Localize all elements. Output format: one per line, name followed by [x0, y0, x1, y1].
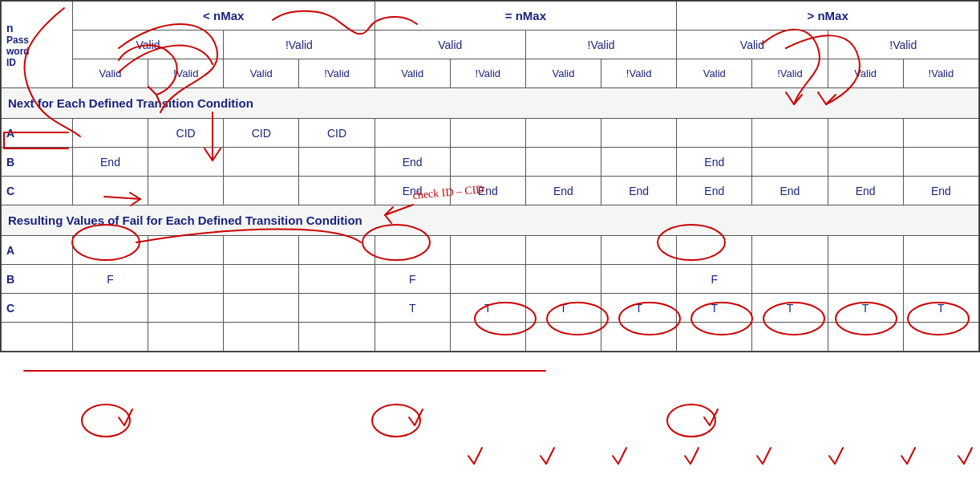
main-wrapper: nPasswordID < nMax = nMax > nMax Valid !… — [0, 0, 980, 352]
b-5: End — [375, 148, 450, 177]
ex-6 — [450, 323, 525, 352]
svg-point-11 — [82, 405, 130, 437]
ex-1 — [72, 323, 148, 352]
fc-5: T — [375, 294, 450, 323]
fb-3 — [224, 265, 299, 294]
ex-7 — [525, 323, 601, 352]
fb-4 — [299, 265, 375, 294]
b-12 — [903, 148, 978, 177]
fb-11 — [828, 265, 903, 294]
next-section-header: Next for Each Defined Transition Conditi… — [2, 88, 979, 119]
fb-1: F — [72, 265, 148, 294]
next-row-a: A CID CID CID — [2, 119, 979, 148]
fa-4 — [299, 236, 375, 265]
fb-2 — [148, 265, 224, 294]
a-1 — [72, 119, 148, 148]
sub-h-1: Valid — [72, 59, 148, 88]
ex-9 — [677, 323, 752, 352]
a-10 — [752, 119, 828, 148]
fail-row-c: C T T T T T T T T — [2, 294, 979, 323]
sub-h-11: Valid — [828, 59, 903, 88]
fa-5 — [375, 236, 450, 265]
fc-10: T — [752, 294, 828, 323]
a-2: CID — [148, 119, 224, 148]
a-5 — [375, 119, 450, 148]
ex-5 — [375, 323, 450, 352]
password-valid-g1: Valid — [72, 30, 223, 59]
next-section-label: Next for Each Defined Transition Conditi… — [2, 88, 979, 119]
b-2 — [148, 148, 224, 177]
password-valid-g3: Valid — [677, 30, 828, 59]
fb-6 — [450, 265, 525, 294]
a-3: CID — [224, 119, 299, 148]
row-a-label: A — [2, 119, 73, 148]
fa-12 — [903, 236, 978, 265]
group1-header: < nMax — [72, 2, 375, 30]
group2-header: = nMax — [375, 2, 677, 30]
fa-9 — [677, 236, 752, 265]
sub-h-2: !Valid — [148, 59, 224, 88]
ex-8 — [601, 323, 677, 352]
fc-8: T — [601, 294, 677, 323]
fail-a-label: A — [2, 236, 73, 265]
b-4 — [299, 148, 375, 177]
a-12 — [903, 119, 978, 148]
ex-11 — [828, 323, 903, 352]
password-invalid-g3: !Valid — [828, 30, 978, 59]
group3-header: > nMax — [677, 2, 979, 30]
extra-row — [2, 323, 979, 352]
fc-12: T — [903, 294, 978, 323]
b-11 — [828, 148, 903, 177]
fc-1 — [72, 294, 148, 323]
sub-h-10: !Valid — [752, 59, 828, 88]
c-8: End — [601, 177, 677, 205]
fa-2 — [148, 236, 224, 265]
ex-3 — [224, 323, 299, 352]
top-header-row: nPasswordID < nMax = nMax > nMax — [2, 2, 979, 30]
a-8 — [601, 119, 677, 148]
n-label: nPasswordID — [2, 2, 73, 88]
fa-7 — [525, 236, 601, 265]
sub-h-3: Valid — [224, 59, 299, 88]
fb-10 — [752, 265, 828, 294]
fa-3 — [224, 236, 299, 265]
b-6 — [450, 148, 525, 177]
a-4: CID — [299, 119, 375, 148]
fc-9: T — [677, 294, 752, 323]
password-invalid-g2: !Valid — [525, 30, 676, 59]
fa-10 — [752, 236, 828, 265]
fail-row-b: B F F F — [2, 265, 979, 294]
sub-h-9: Valid — [677, 59, 752, 88]
fb-7 — [525, 265, 601, 294]
fail-row-a: A — [2, 236, 979, 265]
ex-10 — [752, 323, 828, 352]
sub-h-8: !Valid — [601, 59, 677, 88]
extra-label — [2, 323, 73, 352]
main-table: nPasswordID < nMax = nMax > nMax Valid !… — [1, 1, 979, 352]
c-4 — [299, 177, 375, 205]
b-1: End — [72, 148, 148, 177]
next-row-b: B End End End — [2, 148, 979, 177]
svg-point-13 — [667, 405, 715, 437]
id-subheader-row: Valid !Valid Valid !Valid Valid !Valid V… — [2, 59, 979, 88]
fail-c-label: C — [2, 294, 73, 323]
c-3 — [224, 177, 299, 205]
b-10 — [752, 148, 828, 177]
row-b-label: B — [2, 148, 73, 177]
b-9: End — [677, 148, 752, 177]
c-6: End — [450, 177, 525, 205]
c-11: End — [828, 177, 903, 205]
sub-h-12: !Valid — [903, 59, 978, 88]
fa-6 — [450, 236, 525, 265]
sub-h-5: Valid — [375, 59, 450, 88]
fc-2 — [148, 294, 224, 323]
ex-2 — [148, 323, 224, 352]
sub-h-4: !Valid — [299, 59, 375, 88]
fc-3 — [224, 294, 299, 323]
sub-h-6: !Valid — [450, 59, 525, 88]
a-6 — [450, 119, 525, 148]
next-row-c: C End End End End End End End End — [2, 177, 979, 205]
fc-7: T — [525, 294, 601, 323]
fc-6: T — [450, 294, 525, 323]
fb-5: F — [375, 265, 450, 294]
